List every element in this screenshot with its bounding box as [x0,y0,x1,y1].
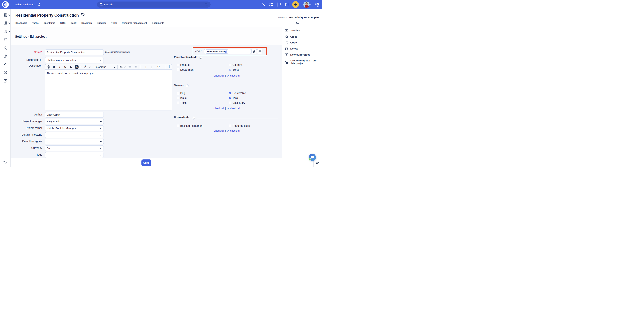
svg-text:2: 2 [146,67,146,68]
svg-text:1: 1 [146,66,146,67]
